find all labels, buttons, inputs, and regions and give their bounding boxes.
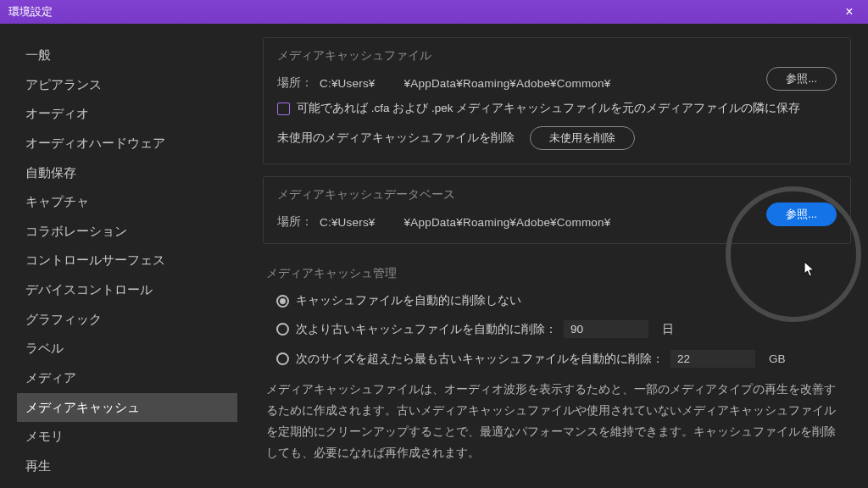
- unit-days: 日: [662, 322, 674, 337]
- sidebar-item-3[interactable]: オーディオハードウェア: [17, 129, 237, 158]
- close-icon[interactable]: ×: [832, 0, 866, 24]
- sidebar-item-14[interactable]: 再生: [17, 452, 237, 481]
- sidebar-item-4[interactable]: 自動保存: [17, 158, 237, 188]
- window-title: 環境設定: [8, 4, 53, 19]
- sidebar: 一般アピアランスオーディオオーディオハードウェア自動保存キャプチャコラボレーショ…: [0, 24, 237, 488]
- radio-label: 次より古いキャッシュファイルを自動的に削除：: [296, 322, 557, 337]
- sidebar-item-7[interactable]: コントロールサーフェス: [17, 246, 237, 275]
- location-path: C:¥Users¥¥AppData¥Roaming¥Adobe¥Common¥: [320, 216, 610, 229]
- section-media-cache-db: メディアキャッシュデータベース 参照... 場所： C:¥Users¥¥AppD…: [263, 176, 851, 244]
- sidebar-item-6[interactable]: コラボレーション: [17, 217, 237, 247]
- radio-no-auto-delete[interactable]: [276, 295, 289, 308]
- sidebar-item-1[interactable]: アピアランス: [17, 70, 237, 100]
- sidebar-item-5[interactable]: キャプチャ: [17, 187, 237, 217]
- section-title: メディアキャッシュ管理: [266, 266, 837, 281]
- sidebar-item-13[interactable]: メモリ: [17, 422, 237, 452]
- browse-button-cache-db[interactable]: 参照...: [766, 202, 837, 226]
- delete-unused-label: 未使用のメディアキャッシュファイルを削除: [277, 130, 515, 146]
- delete-unused-button[interactable]: 未使用を削除: [530, 126, 635, 150]
- location-path: C:¥Users¥¥AppData¥Roaming¥Adobe¥Common¥: [320, 77, 610, 90]
- size-input[interactable]: [670, 350, 755, 368]
- sidebar-item-12[interactable]: メディアキャッシュ: [17, 393, 237, 423]
- radio-delete-older-than[interactable]: [276, 323, 289, 336]
- checkbox-label: 可能であれば .cfa および .pek メディアキャッシュファイルを元のメディ…: [297, 101, 800, 116]
- sidebar-item-10[interactable]: ラベル: [17, 334, 237, 363]
- sidebar-item-0[interactable]: 一般: [17, 41, 237, 70]
- sidebar-item-2[interactable]: オーディオ: [17, 99, 237, 129]
- save-next-to-media-checkbox[interactable]: [277, 103, 290, 115]
- unit-gb: GB: [769, 352, 786, 365]
- mgmt-description: メディアキャッシュファイルは、オーディオ波形を表示するためと、一部のメディアタイ…: [266, 380, 837, 464]
- section-title: メディアキャッシュファイル: [277, 48, 837, 64]
- browse-button-cache-files[interactable]: 参照...: [766, 67, 837, 91]
- location-label: 場所：: [277, 75, 313, 91]
- sidebar-item-8[interactable]: デバイスコントロール: [17, 275, 237, 305]
- titlebar: 環境設定 ×: [0, 0, 868, 24]
- radio-label: 次のサイズを超えたら最も古いキャッシュファイルを自動的に削除：: [296, 352, 664, 367]
- section-media-cache-files: メディアキャッシュファイル 参照... 場所： C:¥Users¥¥AppDat…: [263, 37, 851, 164]
- section-title: メディアキャッシュデータベース: [277, 187, 837, 202]
- sidebar-item-11[interactable]: メディア: [17, 363, 237, 393]
- radio-label: キャッシュファイルを自動的に削除しない: [296, 293, 521, 308]
- location-label: 場所：: [277, 214, 313, 230]
- sidebar-item-9[interactable]: グラフィック: [17, 305, 237, 335]
- section-media-cache-mgmt: メディアキャッシュ管理 キャッシュファイルを自動的に削除しない 次より古いキャッ…: [263, 256, 851, 478]
- sidebar-item-15[interactable]: 同期の設定: [17, 481, 237, 488]
- days-input[interactable]: [564, 320, 648, 338]
- radio-delete-over-size[interactable]: [276, 352, 289, 365]
